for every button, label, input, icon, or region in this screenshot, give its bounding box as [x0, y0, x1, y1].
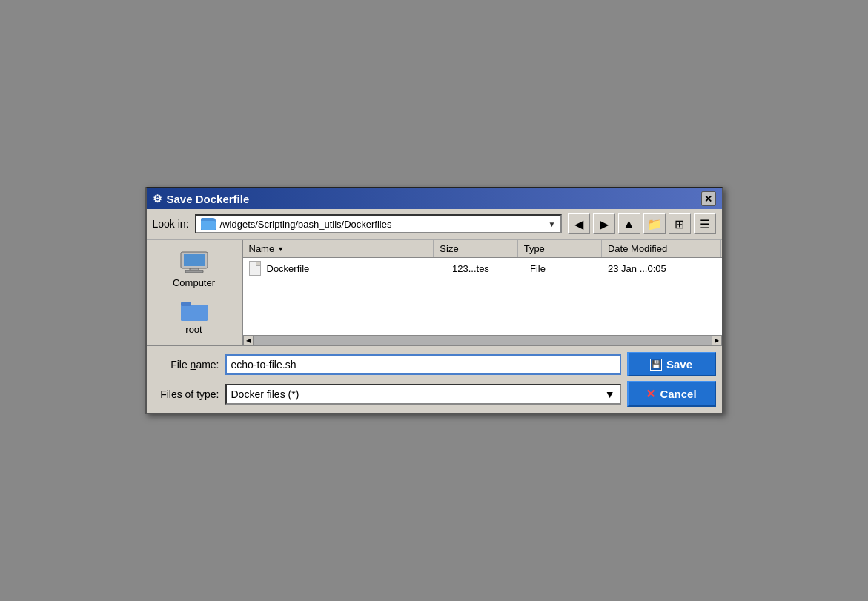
save-button[interactable]: 💾 Save: [627, 352, 716, 376]
close-button[interactable]: ✕: [701, 191, 716, 206]
file-list-header: Name ▼ Size Type Date Modified: [243, 240, 722, 258]
root-folder-icon: [181, 300, 208, 321]
nav-buttons: ◀ ▶ ▲ 📁 ⊞ ☰: [568, 213, 716, 234]
col-date-label: Date Modified: [608, 243, 667, 254]
file-name: Dockerfile: [267, 263, 447, 274]
svg-rect-3: [185, 270, 203, 273]
svg-rect-5: [181, 305, 208, 321]
col-type-label: Type: [524, 243, 545, 254]
file-name-input[interactable]: [225, 354, 621, 375]
title-bar-left: ⚙ Save Dockerfile: [153, 193, 250, 205]
col-size-label: Size: [440, 243, 458, 254]
sidebar-item-root[interactable]: root: [150, 296, 239, 339]
cancel-icon: ✕: [646, 387, 655, 401]
bookmarks-icon: 📁: [647, 217, 662, 231]
file-size: 123...tes: [452, 263, 524, 274]
svg-rect-1: [184, 254, 205, 266]
folder-icon: [201, 218, 216, 230]
up-arrow-icon: ▲: [623, 217, 635, 230]
dropdown-arrow-icon: ▼: [549, 220, 556, 228]
file-type-row: Files of type: Docker files (*) ▼ ✕ Canc…: [153, 381, 716, 407]
list-view-button[interactable]: ☰: [694, 213, 716, 234]
col-name-label: Name: [249, 243, 275, 254]
file-type-value: Docker files (*): [231, 388, 299, 400]
file-name-row: File name: 💾 Save: [153, 352, 716, 376]
file-date: 23 Jan ...0:05: [608, 263, 716, 274]
save-dialog: ⚙ Save Dockerfile ✕ Look in: /widgets/Sc…: [145, 187, 723, 414]
bottom-section: File name: 💾 Save Files of type: Docker …: [147, 345, 722, 413]
horizontal-scrollbar[interactable]: ◀ ▶: [243, 335, 722, 345]
col-header-date[interactable]: Date Modified: [602, 240, 722, 257]
save-label: Save: [666, 358, 692, 371]
sidebar-computer-label: Computer: [173, 277, 215, 288]
file-list-body: Dockerfile 123...tes File 23 Jan ...0:05: [243, 258, 722, 335]
col-header-size[interactable]: Size: [434, 240, 517, 257]
col-header-name[interactable]: Name ▼: [243, 240, 434, 257]
grid-view-button[interactable]: ⊞: [669, 213, 691, 234]
save-icon: 💾: [650, 359, 662, 371]
file-name-label: File name:: [153, 359, 219, 371]
main-area: Computer root Name ▼ Siz: [147, 239, 722, 345]
cancel-button[interactable]: ✕ Cancel: [627, 381, 716, 407]
title-bar: ⚙ Save Dockerfile ✕: [147, 188, 722, 209]
up-button[interactable]: ▲: [618, 213, 640, 234]
toolbar-row: Look in: /widgets/Scripting/bash_utils/D…: [147, 209, 722, 239]
file-list-area: Name ▼ Size Type Date Modified Dockerfil…: [243, 240, 722, 345]
file-icon: [249, 261, 261, 276]
forward-arrow-icon: ▶: [600, 217, 609, 231]
file-type-label: Files of type:: [153, 388, 219, 400]
svg-rect-6: [181, 302, 191, 306]
bookmarks-button[interactable]: 📁: [643, 213, 666, 234]
dialog-title: Save Dockerfile: [167, 193, 250, 205]
file-type: File: [530, 263, 602, 274]
sidebar-root-label: root: [185, 324, 202, 335]
scroll-right-button[interactable]: ▶: [712, 336, 722, 346]
sidebar-item-computer[interactable]: Computer: [150, 246, 239, 293]
look-in-label: Look in:: [153, 218, 189, 230]
grid-icon: ⊞: [675, 217, 684, 231]
table-row[interactable]: Dockerfile 123...tes File 23 Jan ...0:05: [243, 258, 722, 279]
back-arrow-icon: ◀: [574, 217, 583, 231]
list-icon: ☰: [700, 217, 710, 231]
look-in-combo[interactable]: /widgets/Scripting/bash_utils/Dockerfile…: [195, 214, 562, 233]
forward-button[interactable]: ▶: [593, 213, 615, 234]
scroll-left-button[interactable]: ◀: [243, 336, 254, 346]
sort-arrow-icon: ▼: [277, 245, 284, 253]
look-in-path: /widgets/Scripting/bash_utils/Dockerfile…: [220, 219, 544, 230]
back-button[interactable]: ◀: [568, 213, 590, 234]
sidebar: Computer root: [147, 240, 243, 345]
col-header-type[interactable]: Type: [518, 240, 602, 257]
computer-icon: [179, 250, 209, 274]
file-type-arrow-icon: ▼: [605, 388, 615, 400]
scroll-track[interactable]: [254, 336, 712, 346]
file-type-combo[interactable]: Docker files (*) ▼: [225, 384, 621, 405]
cancel-label: Cancel: [660, 388, 696, 400]
gear-icon: ⚙: [153, 193, 162, 205]
